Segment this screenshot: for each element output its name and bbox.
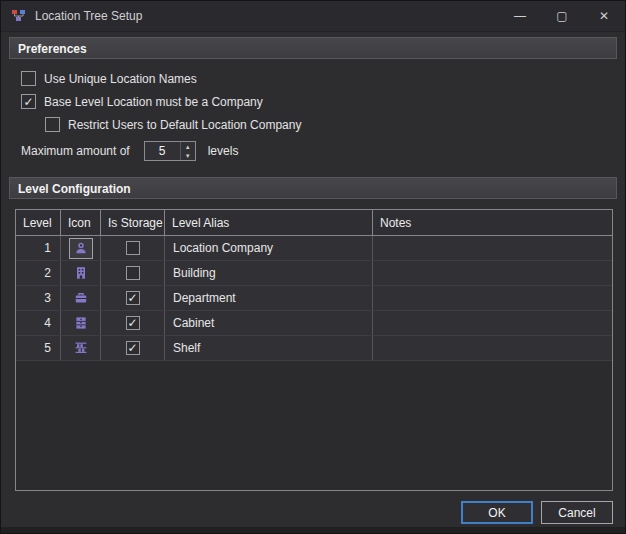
cell-icon[interactable] xyxy=(61,286,101,310)
cell-level: 1 xyxy=(16,236,61,260)
cell-is-storage: ✓ xyxy=(101,311,165,335)
preference-row: Use Unique Location Names xyxy=(21,67,609,90)
is-storage-checkbox[interactable]: ✓ xyxy=(126,316,140,330)
checkbox-label: Use Unique Location Names xyxy=(44,72,197,86)
location-company-icon[interactable] xyxy=(69,238,93,259)
cell-icon[interactable] xyxy=(61,236,101,260)
is-storage-checkbox[interactable] xyxy=(126,241,140,255)
preferences-section: Use Unique Location Names✓Base Level Loc… xyxy=(21,67,609,164)
cell-notes[interactable] xyxy=(373,311,612,335)
checkbox-label: Base Level Location must be a Company xyxy=(44,95,263,109)
maximize-button[interactable]: ▢ xyxy=(541,1,583,31)
is-storage-checkbox[interactable]: ✓ xyxy=(126,291,140,305)
window-title: Location Tree Setup xyxy=(35,9,142,23)
window-bottom-edge xyxy=(1,527,625,533)
max-levels-row: Maximum amount of 5 ▲ ▼ levels xyxy=(21,138,609,164)
cell-is-storage xyxy=(101,261,165,285)
table-header-row: LevelIconIs StorageLevel AliasNotes xyxy=(16,210,612,236)
cell-notes[interactable] xyxy=(373,336,612,360)
cell-is-storage: ✓ xyxy=(101,286,165,310)
preference-row: ✓Base Level Location must be a Company xyxy=(21,90,609,113)
table-row[interactable]: 2Building xyxy=(16,261,612,286)
column-header-notes[interactable]: Notes xyxy=(373,210,612,235)
cell-icon[interactable] xyxy=(61,261,101,285)
preference-row: Restrict Users to Default Location Compa… xyxy=(21,113,609,136)
cell-icon[interactable] xyxy=(61,336,101,360)
minimize-button[interactable]: — xyxy=(499,1,541,31)
table-row[interactable]: 4✓Cabinet xyxy=(16,311,612,336)
cell-level-alias[interactable]: Building xyxy=(165,261,373,285)
titlebar: Location Tree Setup — ▢ ✕ xyxy=(1,1,625,32)
cell-level: 4 xyxy=(16,311,61,335)
level-config-table: LevelIconIs StorageLevel AliasNotes 1Loc… xyxy=(15,209,613,491)
cell-notes[interactable] xyxy=(373,286,612,310)
column-header-is-storage[interactable]: Is Storage xyxy=(101,210,165,235)
cell-level: 5 xyxy=(16,336,61,360)
spinner-up-button[interactable]: ▲ xyxy=(181,142,195,151)
cell-level: 2 xyxy=(16,261,61,285)
cell-level: 3 xyxy=(16,286,61,310)
preferences-checkbox-list: Use Unique Location Names✓Base Level Loc… xyxy=(21,67,609,136)
cell-level-alias[interactable]: Cabinet xyxy=(165,311,373,335)
level-configuration-header: Level Configuration xyxy=(9,177,617,199)
table-row[interactable]: 3✓Department xyxy=(16,286,612,311)
is-storage-checkbox[interactable]: ✓ xyxy=(126,341,140,355)
column-header-level[interactable]: Level xyxy=(16,210,61,235)
close-button[interactable]: ✕ xyxy=(583,1,625,31)
table-row[interactable]: 5✓Shelf xyxy=(16,336,612,361)
cell-notes[interactable] xyxy=(373,236,612,260)
checkbox[interactable]: ✓ xyxy=(21,94,36,109)
spinner-down-button[interactable]: ▼ xyxy=(181,151,195,160)
cancel-button[interactable]: Cancel xyxy=(541,501,613,524)
preferences-header: Preferences xyxy=(9,37,617,59)
cell-level-alias[interactable]: Shelf xyxy=(165,336,373,360)
max-levels-label: Maximum amount of xyxy=(21,144,130,158)
is-storage-checkbox[interactable] xyxy=(126,266,140,280)
cell-level-alias[interactable]: Location Company xyxy=(165,236,373,260)
max-levels-value[interactable]: 5 xyxy=(145,142,180,160)
cabinet-icon[interactable] xyxy=(69,313,93,334)
cell-level-alias[interactable]: Department xyxy=(165,286,373,310)
table-body: 1Location Company2Building3✓Department4✓… xyxy=(16,236,612,361)
cell-is-storage: ✓ xyxy=(101,336,165,360)
cell-icon[interactable] xyxy=(61,311,101,335)
shelf-icon[interactable] xyxy=(69,338,93,359)
ok-button[interactable]: OK xyxy=(461,501,533,524)
table-row[interactable]: 1Location Company xyxy=(16,236,612,261)
column-header-level-alias[interactable]: Level Alias xyxy=(165,210,373,235)
app-icon xyxy=(10,8,28,24)
checkbox-label: Restrict Users to Default Location Compa… xyxy=(68,118,301,132)
cell-is-storage xyxy=(101,236,165,260)
max-levels-input[interactable]: 5 ▲ ▼ xyxy=(144,141,196,161)
checkbox[interactable] xyxy=(21,71,36,86)
department-icon[interactable] xyxy=(69,288,93,309)
cell-notes[interactable] xyxy=(373,261,612,285)
location-tree-setup-dialog: Location Tree Setup — ▢ ✕ Preferences Us… xyxy=(0,0,626,534)
spinner-arrows: ▲ ▼ xyxy=(180,142,195,160)
max-levels-unit-label: levels xyxy=(208,144,239,158)
building-icon[interactable] xyxy=(69,263,93,284)
column-header-icon[interactable]: Icon xyxy=(61,210,101,235)
checkbox[interactable] xyxy=(45,117,60,132)
